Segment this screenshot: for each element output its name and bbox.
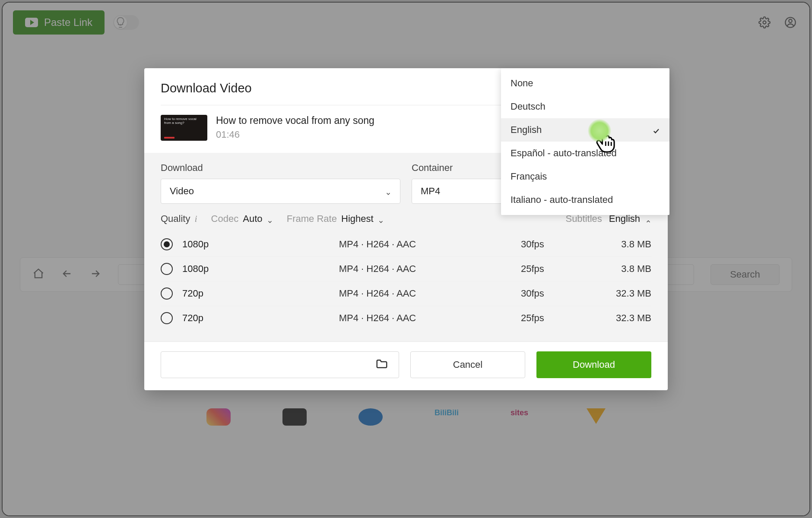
svg-point-2 [789, 19, 792, 22]
quality-resolution: 720p [182, 313, 234, 324]
video-duration: 01:46 [216, 129, 374, 140]
chevron-down-icon [385, 188, 391, 194]
app-window: Paste Link Search BiliBili sites [2, 2, 810, 516]
quality-fps: 25fps [521, 263, 581, 275]
quality-fps: 25fps [521, 313, 581, 324]
site-icon[interactable] [282, 408, 307, 426]
download-type-value: Video [170, 186, 194, 197]
option-label: None [511, 78, 533, 89]
quality-size: 3.8 MB [591, 263, 651, 275]
quality-resolution: 1080p [182, 263, 234, 275]
download-video-dialog: Download Video How to remove vocal from … [144, 68, 668, 390]
radio-button[interactable] [161, 238, 173, 250]
quality-fps: 30fps [521, 239, 581, 250]
cancel-label: Cancel [453, 359, 482, 370]
gear-icon [758, 16, 771, 28]
quality-fps: 30fps [521, 288, 581, 299]
site-icon[interactable]: sites [511, 408, 535, 426]
video-title: How to remove vocal from any song [216, 115, 374, 126]
quality-row[interactable]: 720pMP4 · H264 · AAC30fps32.3 MB [161, 281, 651, 306]
quality-size: 32.3 MB [591, 313, 651, 324]
svg-point-0 [763, 21, 766, 24]
subtitles-option[interactable]: Español - auto-translated [501, 142, 669, 165]
account-button[interactable] [782, 14, 799, 31]
quality-resolution: 1080p [182, 239, 234, 250]
option-label: Español - auto-translated [511, 148, 617, 159]
option-label: Deutsch [511, 101, 546, 112]
theme-toggle[interactable] [113, 15, 139, 30]
search-button[interactable]: Search [710, 264, 780, 285]
home-button[interactable] [32, 268, 44, 281]
option-label: Italiano - auto-translated [511, 194, 613, 205]
dialog-footer: Cancel Download [144, 341, 668, 390]
subtitles-option[interactable]: English [501, 118, 669, 142]
subtitles-option[interactable]: Italiano - auto-translated [501, 188, 669, 212]
site-icon[interactable] [358, 408, 383, 426]
quality-row[interactable]: 720pMP4 · H264 · AAC25fps32.3 MB [161, 306, 651, 330]
subtitles-dropdown: NoneDeutschEnglishEspañol - auto-transla… [501, 68, 669, 215]
chevron-down-icon [378, 216, 384, 222]
download-type-select[interactable]: Video [161, 179, 400, 204]
quality-codec: MP4 · H264 · AAC [244, 263, 511, 275]
option-label: Français [511, 171, 547, 182]
arrow-right-icon [89, 268, 102, 280]
paste-link-label: Paste Link [44, 16, 92, 28]
quality-label: Quality [161, 213, 190, 224]
search-label: Search [730, 269, 760, 280]
thumbnail-caption: How to remove vocal from a song? [164, 117, 204, 125]
info-icon[interactable]: i [194, 213, 197, 224]
back-button[interactable] [61, 268, 73, 281]
folder-icon [375, 357, 388, 372]
settings-button[interactable] [756, 14, 773, 31]
download-label: Download [573, 359, 615, 370]
cancel-button[interactable]: Cancel [410, 351, 525, 378]
quality-size: 3.8 MB [591, 239, 651, 250]
download-button[interactable]: Download [536, 351, 651, 378]
framerate-select[interactable]: Frame Rate Highest [287, 213, 384, 224]
paste-link-button[interactable]: Paste Link [13, 10, 105, 35]
quality-codec: MP4 · H264 · AAC [244, 239, 511, 250]
site-icon[interactable]: BiliBili [435, 408, 459, 426]
chevron-down-icon [267, 216, 273, 222]
quality-codec: MP4 · H264 · AAC [244, 288, 511, 299]
quality-row[interactable]: 1080pMP4 · H264 · AAC25fps3.8 MB [161, 256, 651, 281]
subtitles-option[interactable]: Deutsch [501, 95, 669, 118]
codec-select[interactable]: Codec Auto [211, 213, 273, 224]
quality-row[interactable]: 1080pMP4 · H264 · AAC30fps3.8 MB [161, 232, 651, 256]
site-icon[interactable] [587, 408, 606, 424]
chevron-up-icon [645, 216, 651, 222]
quality-size: 32.3 MB [591, 288, 651, 299]
forward-button[interactable] [89, 268, 102, 281]
user-icon [784, 16, 796, 28]
container-value: MP4 [421, 186, 440, 197]
home-icon [32, 268, 44, 280]
save-path-input[interactable] [161, 351, 399, 378]
quality-resolution: 720p [182, 288, 234, 299]
video-icon [25, 18, 38, 27]
subtitles-option[interactable]: Français [501, 165, 669, 188]
site-shortcuts: BiliBili sites [3, 408, 809, 426]
option-label: English [511, 124, 542, 136]
radio-button[interactable] [161, 263, 173, 275]
arrow-left-icon [61, 268, 73, 280]
site-icon[interactable] [206, 408, 231, 426]
radio-button[interactable] [161, 312, 173, 324]
check-icon [652, 126, 660, 134]
lightbulb-icon [114, 16, 127, 29]
quality-codec: MP4 · H264 · AAC [244, 313, 511, 324]
radio-button[interactable] [161, 287, 173, 300]
subtitles-option[interactable]: None [501, 72, 669, 95]
topbar: Paste Link [3, 3, 809, 42]
quality-list: 1080pMP4 · H264 · AAC30fps3.8 MB1080pMP4… [161, 232, 651, 333]
download-type-label: Download [161, 162, 400, 174]
video-thumbnail: How to remove vocal from a song? [161, 115, 207, 141]
